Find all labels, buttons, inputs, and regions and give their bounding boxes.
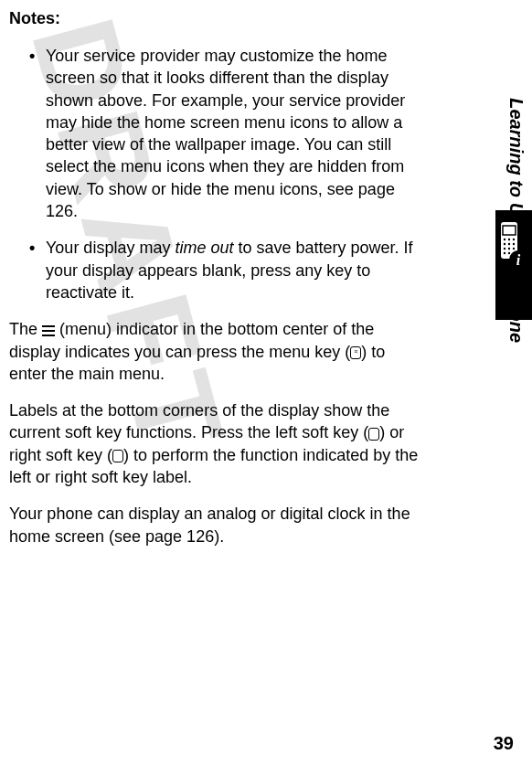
svg-point-10 <box>508 248 510 250</box>
menu-lines-icon <box>42 325 55 336</box>
svg-text:i: i <box>516 252 521 268</box>
notes-bullet-list: Your service provider may customize the … <box>29 45 420 303</box>
svg-point-13 <box>508 252 510 254</box>
phone-info-icon: i <box>491 218 527 272</box>
paragraph-soft-keys: Labels at the bottom corners of the disp… <box>9 399 420 488</box>
bullet-item: Your service provider may customize the … <box>29 45 420 222</box>
svg-point-8 <box>513 243 515 245</box>
svg-point-6 <box>504 243 505 245</box>
page-content: Notes: Your service provider may customi… <box>0 0 475 571</box>
left-soft-key-icon <box>368 428 379 441</box>
svg-point-9 <box>504 248 505 250</box>
menu-key-icon: ≡ <box>350 346 361 359</box>
svg-point-7 <box>508 243 510 245</box>
svg-point-11 <box>513 248 515 250</box>
para1-text-part1: The <box>9 320 42 338</box>
paragraph-menu-indicator: The (menu) indicator in the bottom cente… <box>9 318 420 385</box>
para2-text-part1: Labels at the bottom corners of the disp… <box>9 401 389 441</box>
svg-point-4 <box>508 239 510 240</box>
paragraph-clock: Your phone can display an analog or digi… <box>9 503 420 547</box>
svg-point-12 <box>504 252 505 254</box>
bullet2-italic: time out <box>175 239 233 257</box>
bullet2-text-part1: Your display may <box>46 239 175 257</box>
right-soft-key-icon <box>112 450 123 462</box>
page-number: 39 <box>494 733 514 754</box>
svg-point-3 <box>504 239 505 240</box>
notes-heading: Notes: <box>9 9 420 28</box>
bullet-item: Your display may time out to save batter… <box>29 237 420 303</box>
para1-text-part2: (menu) indicator in the bottom center of… <box>9 320 374 360</box>
svg-point-5 <box>513 239 515 240</box>
